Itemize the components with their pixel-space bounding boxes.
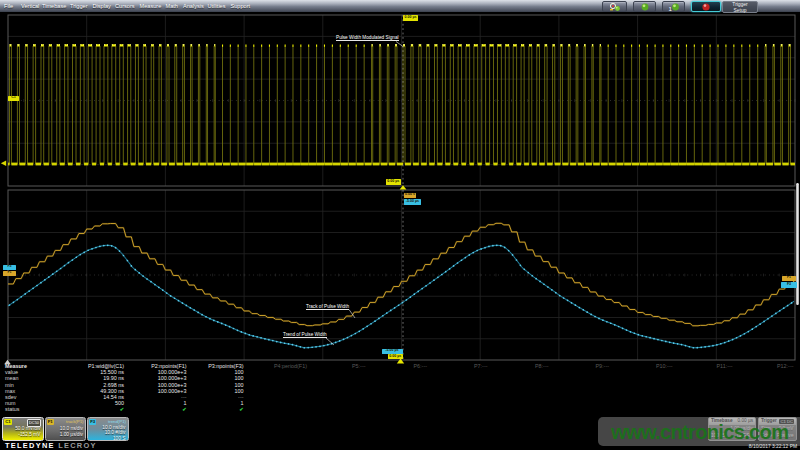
measure-row-label-mean: mean (5, 375, 19, 381)
measure-col-header-dim-7[interactable]: P7:--- (474, 363, 487, 369)
trigger-bottom-badge[interactable]: 0.00 µs (388, 354, 404, 359)
c1-pwm-edges (10, 46, 791, 164)
autosetup-icon (608, 0, 622, 16)
measure-row-label-value: value (5, 369, 18, 375)
measure-value: ✔ (182, 406, 186, 412)
menu-file[interactable]: File (4, 1, 13, 11)
menu-math[interactable]: Math (166, 1, 178, 11)
f1-left-badge[interactable]: F1 (3, 271, 16, 277)
teledyne-lecroy-logo: TELEDYNE LECROY (5, 441, 97, 450)
oscilloscope-screen: FileVerticalTimebaseTriggerDisplayCursor… (0, 0, 800, 450)
green-ball-1-icon: 1 (667, 0, 680, 16)
track-label: Track of Pulse Width (306, 304, 349, 310)
measure-row-label-sdev: sdev (5, 394, 16, 400)
measure-row-label-num: num (5, 400, 16, 406)
measure-col-header-dim-8[interactable]: P8:--- (535, 363, 548, 369)
measure-value: 1 (241, 400, 244, 406)
measure-value: --- (181, 394, 186, 400)
measure-value: 500 (115, 400, 124, 406)
scope-graphic (1, 160, 6, 166)
f3-right-badge[interactable]: F3 (781, 282, 797, 288)
autosetup-button[interactable] (602, 1, 627, 12)
f1-tag: F1 (47, 419, 54, 425)
measure-value: 100.000e+3 (158, 369, 187, 375)
logo-teledyne: TELEDYNE (5, 441, 55, 450)
measure-value: 15.500 ns (100, 369, 124, 375)
trigger-time-badge[interactable]: 0.00 µs (386, 179, 401, 185)
measure-value: 100.000e+3 (158, 382, 187, 388)
f1-zero-time-badge[interactable]: 0.00 s (404, 193, 416, 199)
measure-value: 100 (235, 388, 244, 394)
normal-trigger-button[interactable] (633, 1, 656, 12)
measure-col-header-dim-4[interactable]: P4:period(F1) (274, 363, 307, 369)
single-trigger-button[interactable]: 1 (662, 1, 685, 12)
green-ball-icon (640, 0, 650, 16)
logo-lecroy: LECROY (58, 441, 97, 450)
measure-row-label-max: max (5, 388, 15, 394)
measure-value: 14.54 ns (103, 394, 124, 400)
svg-text:1: 1 (668, 5, 672, 11)
scope-graphic (8, 274, 795, 277)
measure-row-label-min: min (5, 382, 14, 388)
measure-value: 19.90 ns (103, 375, 124, 381)
menu-cursors[interactable]: Cursors (115, 1, 135, 11)
trigger-setup-button[interactable]: TriggerSetup (722, 1, 758, 13)
scope-graphic (8, 99, 795, 102)
measure-value: ✔ (239, 406, 243, 412)
f3-left-badge[interactable]: F3 (3, 265, 16, 271)
measure-value: ✔ (120, 406, 124, 412)
function-f3-descriptor[interactable]: F3 trend(P1) 10.0 ns/div 10.0 #/div 100 … (87, 417, 129, 441)
function-f1-descriptor[interactable]: F1 track(P1) 10.0 ns/div 1.00 µs/div (45, 417, 87, 441)
menu-support[interactable]: Support (231, 1, 251, 11)
f3-samples: 100 S (113, 436, 126, 441)
measure-col-header-dim-12[interactable]: P12:--- (777, 363, 793, 369)
measure-col-header-dim-5[interactable]: P5:--- (352, 363, 365, 369)
measure-col-header-dim-6[interactable]: P6:--- (414, 363, 427, 369)
measure-value: 100 (235, 375, 244, 381)
scope-graphic (396, 42, 403, 47)
measure-table-title: Measure (5, 363, 27, 369)
menu-timebase[interactable]: Timebase (42, 1, 66, 11)
measure-table: MeasurevaluemeanminmaxsdevnumstatusP1:wi… (0, 361, 800, 417)
menu-measure[interactable]: Measure (140, 1, 162, 11)
watermark-text: www.cntronics.com (611, 420, 797, 444)
measure-value: 100.000e+3 (158, 375, 187, 381)
pwm-label: Pulse Width Modulated Signal (336, 35, 399, 41)
c1-vdiv: 50.0 mV/div (15, 426, 40, 431)
measure-value: 2.698 ns (103, 382, 124, 388)
measure-value: 100 (235, 382, 244, 388)
f3-tag: F3 (89, 419, 96, 425)
red-ball-icon (701, 0, 711, 16)
c1-level-badge[interactable]: C1 (8, 96, 19, 102)
clock: 8/10/2017 3:22:12 PM (749, 444, 797, 449)
menu-trigger[interactable]: Trigger (70, 1, 88, 11)
c1-offset: -152.5 mV (18, 432, 40, 437)
measure-col-header-2[interactable]: P2:npoints(F1) (151, 363, 186, 369)
menu-vertical[interactable]: Vertical (21, 1, 39, 11)
measure-value: 1 (184, 400, 187, 406)
trigger-time-top-badge[interactable]: 0.00 µs (403, 15, 418, 21)
f3-zero-time-badge[interactable]: -5.00 µs (404, 199, 421, 205)
measure-value: 100 (235, 369, 244, 375)
stop-trigger-button[interactable] (691, 1, 721, 12)
menu-analysis[interactable]: Analysis (183, 1, 204, 11)
menu-display[interactable]: Display (93, 1, 111, 11)
measure-col-header-dim-11[interactable]: P11:--- (717, 363, 733, 369)
f1-right-badge[interactable]: F1 (782, 276, 796, 282)
measure-col-header-dim-9[interactable]: P9:--- (596, 363, 609, 369)
measure-col-header-1[interactable]: P1:wid@lv(C1) (88, 363, 124, 369)
menu-bar: FileVerticalTimebaseTriggerDisplayCursor… (0, 0, 800, 12)
menu-utilities[interactable]: Utilities (208, 1, 226, 11)
trend-label: Trend of Pulse Width (283, 332, 327, 338)
c1-tag: C1 (4, 419, 12, 425)
measure-row-label-status: status (5, 406, 19, 412)
channel-c1-descriptor[interactable]: C1 DC50 50.0 mV/div -152.5 mV (2, 417, 44, 441)
f1-hdiv: 1.00 µs/div (60, 432, 83, 437)
measure-value: 49.300 ns (100, 388, 124, 394)
f1-vdiv: 10.0 ns/div (60, 426, 83, 431)
measure-value: 100.000e+3 (158, 388, 187, 394)
measure-value: --- (238, 394, 243, 400)
measure-col-header-3[interactable]: P3:npoints(F3) (208, 363, 243, 369)
measure-col-header-dim-10[interactable]: P10:--- (656, 363, 672, 369)
f1-title: track(P1) (66, 419, 83, 425)
